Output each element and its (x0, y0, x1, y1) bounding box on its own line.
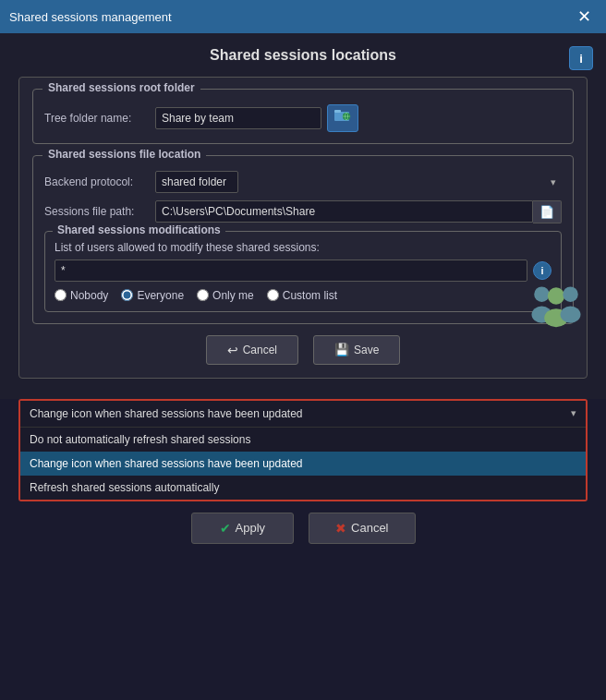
modifications-group: Shared sessions modifications List of us… (44, 231, 562, 312)
backend-select-wrapper: shared folder local folder network share (155, 171, 562, 193)
apply-label: Apply (236, 521, 266, 535)
mod-info-button[interactable]: i (533, 261, 551, 280)
sessions-path-label: Sessions file path: (44, 205, 155, 218)
title-bar-title: Shared sessions management (9, 10, 172, 24)
radio-nobody[interactable]: Nobody (55, 289, 108, 302)
bottom-buttons: ✔ Apply ✖ Cancel (18, 513, 588, 544)
root-folder-legend: Shared sessions root folder (42, 81, 200, 94)
dropdown-list: Do not automatically refresh shared sess… (20, 428, 586, 500)
info-button-top[interactable]: i (569, 46, 593, 70)
mod-input-row: i (55, 259, 551, 282)
save-icon: 💾 (334, 343, 349, 356)
mod-description: List of users allowed to modify these sh… (55, 241, 551, 254)
cancel-icon: ↩ (227, 343, 238, 357)
dropdown-wrapper: Change icon when shared sessions have be… (18, 399, 588, 501)
dropdown-item-1[interactable]: Change icon when shared sessions have be… (20, 452, 586, 476)
sessions-path-input[interactable] (155, 200, 533, 223)
radio-only-me[interactable]: Only me (197, 289, 254, 302)
dropdown-selected[interactable]: Change icon when shared sessions have be… (20, 401, 586, 428)
backend-protocol-row: Backend protocol: shared folder local fo… (44, 171, 562, 193)
check-icon: ✔ (220, 521, 231, 536)
file-input-wrapper: 📄 (155, 200, 562, 223)
svg-rect-1 (334, 110, 341, 113)
folder-pick-button[interactable] (327, 104, 358, 132)
tree-folder-label: Tree folder name: (44, 112, 155, 125)
backend-protocol-label: Backend protocol: (44, 175, 155, 188)
save-label: Save (354, 344, 379, 356)
svg-point-10 (561, 306, 581, 322)
tree-folder-input[interactable] (155, 107, 321, 129)
radio-everyone[interactable]: Everyone (121, 289, 184, 302)
sessions-path-row: Sessions file path: 📄 (44, 200, 562, 223)
x-icon: ✖ (335, 521, 346, 536)
chevron-down-icon: ▾ (571, 407, 576, 419)
svg-point-9 (563, 286, 577, 301)
cancel-label: Cancel (243, 344, 277, 356)
action-buttons: ↩ Cancel 💾 Save (32, 335, 574, 365)
file-browse-button[interactable]: 📄 (533, 200, 562, 223)
radio-group: Nobody Everyone Only me Custom list (55, 289, 551, 302)
file-location-group: Shared sessions file location Backend pr… (32, 155, 574, 324)
dropdown-item-2[interactable]: Refresh shared sessions automatically (20, 476, 586, 500)
apply-button[interactable]: ✔ Apply (191, 513, 295, 544)
bottom-section: Change icon when shared sessions have be… (0, 399, 606, 555)
dialog-heading: Shared sessions locations (18, 47, 588, 64)
radio-custom-list[interactable]: Custom list (267, 289, 337, 302)
modifications-legend: Shared sessions modifications (53, 223, 225, 236)
svg-point-5 (534, 286, 549, 301)
apply-cancel-button[interactable]: ✖ Cancel (309, 513, 415, 544)
people-svg-icon (527, 282, 586, 330)
cancel-button[interactable]: ↩ Cancel (206, 335, 298, 365)
tree-folder-row: Tree folder name: (44, 104, 562, 132)
file-location-legend: Shared sessions file location (42, 148, 206, 161)
dropdown-selected-text: Change icon when shared sessions have be… (30, 407, 571, 420)
dialog-card: Shared sessions root folder Tree folder … (18, 77, 588, 379)
avatar-area (527, 282, 586, 332)
root-folder-group: Shared sessions root folder Tree folder … (32, 89, 574, 144)
save-button[interactable]: 💾 Save (313, 335, 400, 365)
title-bar: Shared sessions management ✕ (0, 0, 606, 33)
close-button[interactable]: ✕ (572, 6, 597, 27)
folder-globe-icon (334, 108, 351, 123)
svg-point-7 (548, 287, 564, 304)
dropdown-item-0[interactable]: Do not automatically refresh shared sess… (20, 428, 586, 452)
dialog-body: Shared sessions locations i Shared sessi… (0, 33, 606, 399)
mod-users-input[interactable] (55, 259, 527, 282)
backend-protocol-select[interactable]: shared folder local folder network share (155, 171, 238, 193)
apply-cancel-label: Cancel (351, 521, 388, 535)
